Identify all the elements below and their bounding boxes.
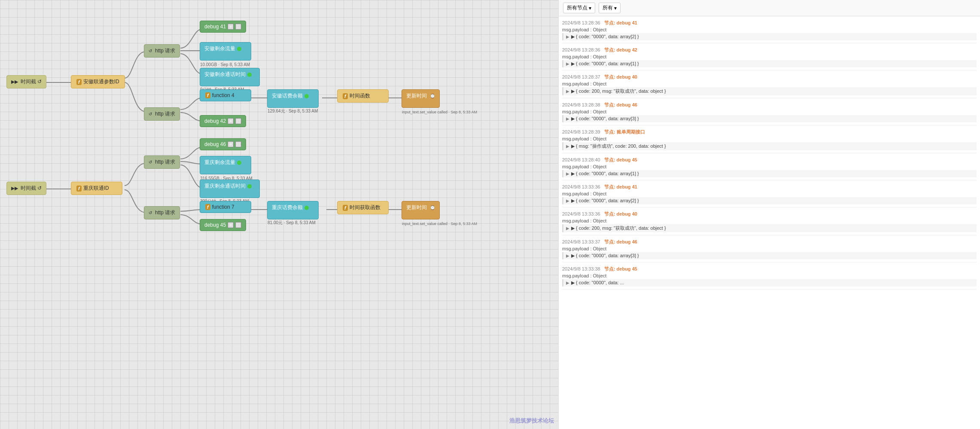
output-fee1-dot [304,94,309,98]
http-label-2: http 请求 [155,110,175,118]
expand-icon[interactable]: ▶ [566,226,569,231]
function-icon-time1: f [343,93,348,99]
debug-45-btn1[interactable]: ≡ [228,222,234,228]
debug-45-label: debug 45 [204,222,226,228]
log-node-name: 节点: debug 45 [604,266,637,271]
output-fee2-sublabel: 81.00元 · Sep 8, 5:33 AM [268,220,316,226]
filter-all-nodes-btn[interactable]: 所有节点 ▾ [563,3,595,13]
expand-icon[interactable]: ▶ [566,253,569,258]
output-fee1-node[interactable]: 安徽话费余额 129.64元 · Sep 8, 5:33 AM [267,89,319,108]
log-node-name: 节点: debug 42 [604,47,637,52]
debug-46-label: debug 46 [204,141,226,147]
debug-42-btn1[interactable]: ≡ [228,118,234,124]
log-meta: 2024/9/8 13:33:36 节点: debug 40 [562,211,977,217]
expand-icon[interactable]: ▶ [566,144,569,149]
log-data[interactable]: ▶ ▶ { code: "0000", data: array[2] } [562,33,977,40]
log-entry: 2024/9/8 13:28:40 节点: debug 45 msg.paylo… [562,157,977,180]
expand-icon[interactable]: ▶ [566,34,569,39]
http-node-3[interactable]: ↺ http 请求 [144,155,180,169]
output-call2-node[interactable]: 重庆剩余通话时间 300分钟 · Sep 8, 5:33 AM [200,180,260,198]
log-entry: 2024/9/8 13:33:36 节点: debug 41 msg.paylo… [562,184,977,207]
func-chongqing-node[interactable]: f 重庆联通ID [71,182,122,195]
func-time1-node[interactable]: f 时间函数 [337,89,389,103]
http-node-1[interactable]: ↺ http 请求 [144,44,180,58]
function-icon-cq: f [76,186,82,192]
debug-41-btn2[interactable]: □ [235,24,241,30]
func4-label: function 4 [212,92,234,98]
log-meta: 2024/9/8 13:33:38 节点: debug 45 [562,266,977,272]
log-meta: 2024/9/8 13:28:39 节点: 账单周期接口 [562,129,977,135]
log-timestamp: 2024/9/8 13:33:38 [562,266,600,271]
log-data[interactable]: ▶ ▶ { msg: "操作成功", code: 200, data: obje… [562,142,977,150]
log-data[interactable]: ▶ ▶ { code: "0000", data: array[3] } [562,252,977,259]
output-flow2-node[interactable]: 重庆剩余流量 316.55GB · Sep 8, 5:33 AM [200,156,251,174]
func-time2-node[interactable]: f 时间获取函数 [337,201,389,214]
func7-node[interactable]: f function 7 [200,201,251,213]
log-data[interactable]: ▶ ▶ { code: "0000", data: array[2] } [562,197,977,204]
expand-icon[interactable]: ▶ [566,89,569,94]
filter-all-btn[interactable]: 所有 ▾ [599,3,621,13]
output-fee2-node[interactable]: 重庆话费余额 81.00元 · Sep 8, 5:33 AM [267,201,319,219]
inject-label-2: 时间截 ↺ [21,185,42,192]
log-meta: 2024/9/8 13:28:40 节点: debug 45 [562,157,977,163]
debug-42-btn2[interactable]: □ [235,118,241,124]
log-timestamp: 2024/9/8 13:28:37 [562,74,600,79]
log-data-text: ▶ { msg: "操作成功", code: 200, data: object… [571,143,666,149]
log-type: msg.payload : Object [562,246,977,251]
log-meta: 2024/9/8 13:33:36 节点: debug 41 [562,184,977,190]
update-time2-node[interactable]: 更新时间 ⌚ input_text.set_value called · Sep… [402,201,440,219]
log-data[interactable]: ▶ ▶ { code: "0000", data: array[3] } [562,115,977,122]
chevron-down-icon: ▾ [589,5,591,11]
function-icon-time2: f [343,205,348,211]
debug-46-btn2[interactable]: □ [235,141,241,147]
debug-42-label: debug 42 [204,118,226,124]
http-node-2[interactable]: ↺ http 请求 [144,107,180,121]
function-icon-anhui: f [76,79,82,85]
flow-canvas[interactable]: ▶▶ 时间截 ↺ f 安徽联通参数ID ↺ http 请求 debug 41 ≡… [0,0,558,429]
expand-icon[interactable]: ▶ [566,280,569,285]
log-node-name: 节点: debug 46 [604,239,637,244]
func-anhui-label: 安徽联通参数ID [83,78,119,85]
log-meta: 2024/9/8 13:28:38 节点: debug 46 [562,102,977,108]
debug-node-45[interactable]: debug 45 ≡ □ [200,219,246,231]
log-data-text: ▶ { code: 200, msg: "获取成功", data: object… [571,88,666,94]
http-label-4: http 请求 [155,209,175,216]
update-time1-node[interactable]: 更新时间 ⌚ input_text.set_value called · Sep… [402,89,440,108]
sidebar-header: 所有节点 ▾ 所有 ▾ [559,0,980,16]
output-flow1-label: 安徽剩余流量 [204,45,235,52]
log-data[interactable]: ▶ ▶ { code: "0000", data: array[1] } [562,170,977,177]
func-time2-label: 时间获取函数 [350,204,380,211]
debug-node-42[interactable]: debug 42 ≡ □ [200,115,246,127]
log-data[interactable]: ▶ ▶ { code: 200, msg: "获取成功", data: obje… [562,224,977,232]
inject-node-2[interactable]: ▶▶ 时间截 ↺ [6,182,46,195]
expand-icon[interactable]: ▶ [566,171,569,176]
debug-45-btn2[interactable]: □ [235,222,241,228]
update-time1-sublabel: input_text.set_value called · Sep 8, 5:3… [402,110,477,114]
output-flow1-node[interactable]: 安徽剩余流量 10.00GB · Sep 8, 5:33 AM [200,42,251,61]
inject-node-1[interactable]: ▶▶ 时间截 ↺ [6,75,46,88]
log-type: msg.payload : Object [562,54,977,59]
chevron-down-icon-2: ▾ [614,5,617,11]
update-time1-label: 更新时间 [406,92,427,100]
expand-icon[interactable]: ▶ [566,198,569,203]
log-data-text: ▶ { code: "0000", data: ... [571,280,624,286]
http-node-4[interactable]: ↺ http 请求 [144,206,180,219]
func4-node[interactable]: f function 4 [200,89,251,101]
func-anhui-node[interactable]: f 安徽联通参数ID [71,75,125,88]
debug-node-41[interactable]: debug 41 ≡ □ [200,21,246,33]
debug-41-btn1[interactable]: ≡ [228,24,234,30]
debug-node-46[interactable]: debug 46 ≡ □ [200,138,246,150]
update-time2-sublabel: input_text.set_value called · Sep 8, 5:3… [402,222,477,226]
log-data-text: ▶ { code: "0000", data: array[3] } [571,116,639,122]
log-node-name: 节点: debug 41 [604,20,637,25]
expand-icon[interactable]: ▶ [566,61,569,66]
debug-46-btn1[interactable]: ≡ [228,141,234,147]
output-call2-label: 重庆剩余通话时间 [204,183,246,190]
expand-icon[interactable]: ▶ [566,116,569,121]
log-data[interactable]: ▶ ▶ { code: 200, msg: "获取成功", data: obje… [562,87,977,95]
log-data[interactable]: ▶ ▶ { code: "0000", data: array[1] } [562,60,977,67]
http-label-1: http 请求 [155,47,175,55]
log-data[interactable]: ▶ ▶ { code: "0000", data: ... [562,279,977,286]
output-call1-node[interactable]: 安徽剩余通话时间 0分钟 · Sep 8, 5:33 AM [200,68,260,86]
log-data-text: ▶ { code: "0000", data: array[1] } [571,61,639,67]
